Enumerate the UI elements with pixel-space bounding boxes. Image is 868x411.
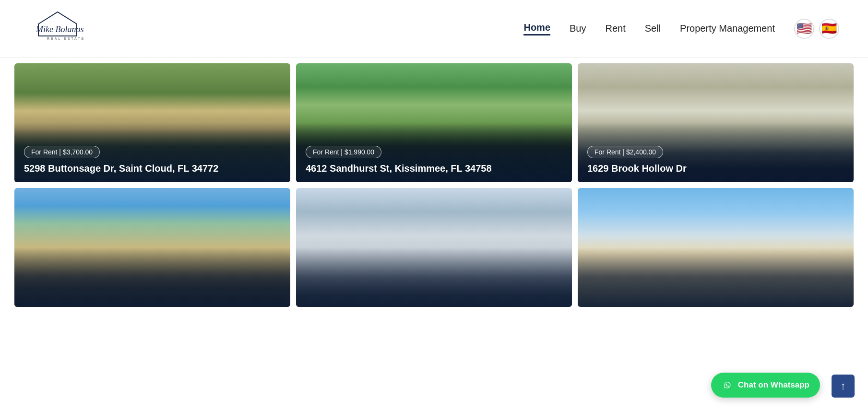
property-card-3[interactable]: For Rent | $2,400.00 1629 Brook Hollow D… [578, 63, 854, 182]
property-card-4[interactable] [14, 188, 290, 307]
property-grid-container: For Rent | $3,700.00 5298 Buttonsage Dr,… [0, 58, 868, 313]
property-card-1[interactable]: For Rent | $3,700.00 5298 Buttonsage Dr,… [14, 63, 290, 182]
es-flag[interactable]: 🇪🇸 [819, 19, 839, 39]
nav-sell[interactable]: Sell [645, 23, 661, 34]
scroll-top-icon: ↑ [841, 380, 846, 392]
whatsapp-button[interactable]: Chat on Whatsapp [711, 373, 820, 398]
scroll-top-button[interactable]: ↑ [832, 375, 855, 398]
us-flag[interactable]: 🇺🇸 [794, 19, 814, 39]
card-content-5 [296, 293, 572, 307]
card-content-1: For Rent | $3,700.00 5298 Buttonsage Dr,… [14, 139, 290, 182]
whatsapp-label: Chat on Whatsapp [738, 380, 809, 390]
property-address-1: 5298 Buttonsage Dr, Saint Cloud, FL 3477… [24, 162, 281, 175]
nav-rent[interactable]: Rent [606, 23, 626, 34]
price-badge-3: For Rent | $2,400.00 [587, 146, 663, 158]
property-card-5[interactable] [296, 188, 572, 307]
property-address-3: 1629 Brook Hollow Dr [587, 162, 844, 175]
logo: Mike Bolanos REAL ESTATE [29, 7, 125, 50]
card-content-6 [578, 293, 854, 307]
property-card-6[interactable] [578, 188, 854, 307]
logo-area: Mike Bolanos REAL ESTATE [29, 7, 125, 50]
price-badge-2: For Rent | $1,990.00 [306, 146, 381, 158]
property-card-2[interactable]: For Rent | $1,990.00 4612 Sandhurst St, … [296, 63, 572, 182]
nav-home[interactable]: Home [523, 22, 550, 35]
svg-point-3 [722, 380, 733, 391]
card-content-2: For Rent | $1,990.00 4612 Sandhurst St, … [296, 139, 572, 182]
header: Mike Bolanos REAL ESTATE Home Buy Rent S… [0, 0, 868, 58]
main-nav: Home Buy Rent Sell Property Management 🇺… [523, 19, 839, 39]
card-content-3: For Rent | $2,400.00 1629 Brook Hollow D… [578, 139, 854, 182]
property-grid: For Rent | $3,700.00 5298 Buttonsage Dr,… [0, 58, 868, 313]
flags-container: 🇺🇸 🇪🇸 [794, 19, 839, 39]
svg-text:Mike Bolanos: Mike Bolanos [36, 24, 83, 34]
nav-buy[interactable]: Buy [570, 23, 586, 34]
card-content-4 [14, 293, 290, 307]
price-badge-1: For Rent | $3,700.00 [24, 146, 100, 158]
nav-property-management[interactable]: Property Management [680, 23, 775, 34]
property-address-2: 4612 Sandhurst St, Kissimmee, FL 34758 [306, 162, 562, 175]
svg-text:REAL ESTATE: REAL ESTATE [47, 37, 85, 40]
whatsapp-icon [722, 379, 733, 391]
